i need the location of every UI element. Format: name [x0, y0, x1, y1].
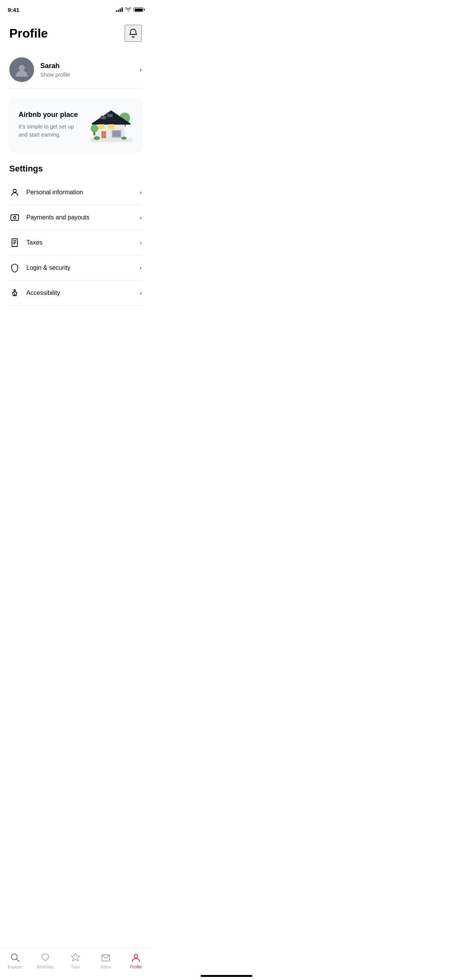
taxes-chevron: › — [140, 240, 142, 246]
accessibility-label: Accessibility — [26, 290, 140, 296]
page-header: Profile — [0, 17, 151, 51]
profile-name: Sarah — [40, 62, 140, 70]
avatar — [9, 57, 34, 82]
profile-subtitle: Show profile — [40, 72, 140, 78]
settings-item-personal-information[interactable]: Personal information › — [9, 180, 142, 205]
personal-information-label: Personal information — [26, 189, 140, 196]
accessibility-chevron: › — [140, 290, 142, 296]
svg-point-27 — [121, 137, 127, 140]
status-bar: 9:41 — [0, 0, 151, 17]
settings-title: Settings — [9, 164, 142, 174]
notifications-button[interactable] — [125, 25, 142, 42]
payments-payouts-label: Payments and payouts — [26, 214, 140, 221]
avatar-silhouette — [14, 62, 29, 77]
settings-item-taxes[interactable]: Taxes › — [9, 230, 142, 255]
status-time: 9:41 — [8, 7, 19, 13]
profile-chevron: › — [140, 66, 142, 73]
bell-icon — [128, 28, 139, 39]
profile-row[interactable]: Sarah Show profile › — [0, 51, 151, 88]
login-security-chevron: › — [140, 265, 142, 271]
settings-list: Personal information › Payments and payo… — [9, 180, 142, 306]
page-title: Profile — [9, 26, 48, 41]
personal-information-icon — [9, 187, 20, 198]
svg-point-24 — [91, 125, 98, 132]
status-icons — [116, 7, 143, 12]
profile-info: Sarah Show profile — [40, 62, 140, 77]
svg-rect-25 — [93, 132, 95, 135]
signal-icon — [116, 7, 123, 12]
svg-rect-17 — [112, 130, 121, 137]
settings-item-accessibility[interactable]: Accessibility › — [9, 281, 142, 306]
airbnb-card[interactable]: Airbnb your place It's simple to get set… — [9, 98, 142, 151]
airbnb-card-subtitle: It's simple to get set up and start earn… — [19, 123, 84, 139]
svg-point-22 — [105, 134, 106, 135]
login-security-label: Login & security — [26, 264, 140, 271]
house-illustration — [90, 107, 132, 142]
payments-payouts-icon — [9, 212, 20, 223]
settings-item-login-security[interactable]: Login & security › — [9, 255, 142, 281]
svg-rect-29 — [11, 215, 19, 220]
taxes-icon — [9, 237, 20, 248]
svg-point-31 — [14, 290, 15, 291]
settings-section: Settings Personal information › — [0, 161, 151, 306]
svg-point-0 — [19, 65, 25, 71]
accessibility-icon — [9, 288, 20, 298]
personal-information-chevron: › — [140, 189, 142, 195]
login-security-icon — [9, 262, 20, 273]
divider-profile — [9, 88, 142, 89]
svg-point-30 — [14, 216, 16, 219]
settings-item-payments-payouts[interactable]: Payments and payouts › — [9, 205, 142, 230]
svg-point-28 — [13, 189, 16, 192]
svg-point-26 — [94, 136, 100, 140]
taxes-label: Taxes — [26, 239, 140, 246]
wifi-icon — [125, 7, 131, 12]
payments-payouts-chevron: › — [140, 214, 142, 221]
battery-icon — [134, 7, 143, 12]
airbnb-card-title: Airbnb your place — [19, 110, 84, 119]
airbnb-card-text: Airbnb your place It's simple to get set… — [19, 110, 84, 139]
